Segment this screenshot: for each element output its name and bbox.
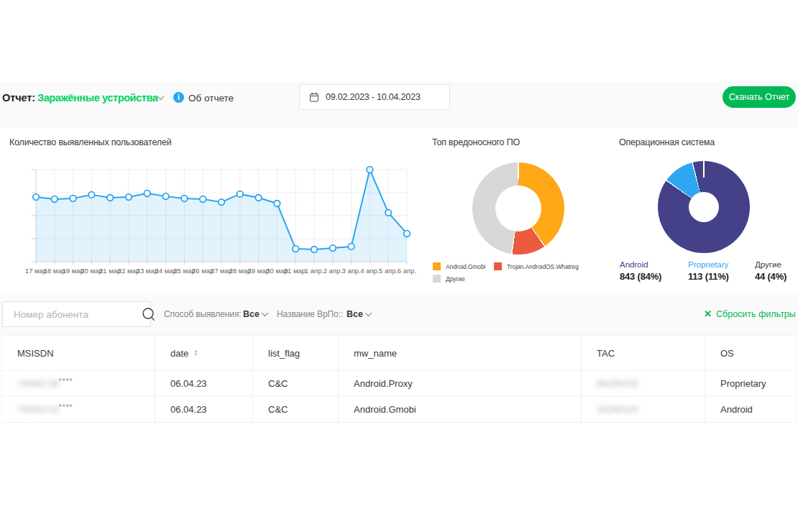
legend-item: Другие (433, 275, 465, 283)
chevron-down-icon[interactable] (157, 96, 165, 101)
legend-label: Trojan.AndroidOS.Whatreg (507, 263, 579, 270)
donut-hole (689, 192, 719, 222)
report-selector[interactable]: Заражённые устройства (37, 92, 157, 104)
search-input[interactable] (3, 309, 141, 320)
info-icon[interactable]: i (173, 92, 184, 103)
os-value-other: 44 (4%) (755, 271, 786, 282)
cell-date: 06.04.23 (155, 397, 253, 422)
os-value-android: 843 (84%) (620, 271, 661, 282)
col-header-tac[interactable]: TAC (582, 336, 705, 370)
os-chart-title: Операционная система (619, 137, 715, 147)
col-header-msisdn[interactable]: MSISDN (2, 336, 155, 370)
cell-tac: 86296205 (582, 371, 705, 396)
cell-os: Proprietary (705, 371, 797, 396)
legend-label: Android.Gmobi (446, 263, 485, 270)
legend-swatch (494, 262, 502, 270)
malware-filter-label: Название ВрПо:: (277, 309, 343, 319)
cell-list-flag: C&C (253, 371, 339, 396)
col-header-mw-name[interactable]: mw_name (339, 336, 582, 370)
cell-mw-name: Android.Proxy (339, 371, 582, 396)
col-header-list-flag[interactable]: list_flag (253, 336, 339, 370)
download-report-button[interactable]: Скачать Отчет (723, 86, 796, 108)
results-panel: MSISDN date▲▼ list_flag mw_name TAC OS 7… (0, 335, 798, 532)
sort-icon[interactable]: ▲▼ (193, 349, 198, 357)
os-label-android: Android (620, 260, 648, 269)
cell-msisdn: 79096736**** (2, 371, 155, 396)
clear-filters-icon[interactable]: ✕ (704, 308, 712, 319)
clear-filters-link[interactable]: Сбросить фильтры (716, 309, 796, 319)
malware-donut-chart (472, 162, 564, 254)
table-row[interactable]: 79096723**** 06.04.23 C&C Android.Gmobi … (2, 397, 796, 423)
chevron-down-icon[interactable] (364, 312, 372, 317)
users-line-chart: 17 мар18 мар19 мар20 мар21 мар22 мар23 м… (0, 128, 424, 293)
os-donut-chart (658, 161, 750, 253)
charts-panel: Количество выявленных пользователей Топ … (0, 128, 798, 293)
table-row[interactable]: 79096736**** 06.04.23 C&C Android.Proxy … (2, 371, 796, 397)
cell-os: Android (705, 397, 797, 422)
svg-text:31 мар.: 31 мар. (284, 267, 308, 275)
method-filter-label: Способ выявления: (164, 309, 242, 319)
legend-swatch (433, 262, 441, 270)
malware-filter-value[interactable]: Все (347, 309, 363, 319)
cell-list-flag: C&C (253, 397, 339, 422)
subscriber-search[interactable] (2, 301, 151, 327)
table-header-row: MSISDN date▲▼ list_flag mw_name TAC OS (2, 336, 796, 371)
donut-hole (495, 185, 541, 231)
os-value-proprietary: 113 (11%) (688, 271, 729, 282)
date-range-picker[interactable]: 09.02.2023 - 10.04.2023 (299, 84, 450, 110)
cell-mw-name: Android.Gmobi (339, 397, 582, 422)
cell-tac: 35290320 (582, 397, 705, 422)
legend-item: Trojan.AndroidOS.Whatreg (494, 262, 579, 270)
svg-text:1 апр.: 1 апр. (305, 267, 324, 275)
chevron-down-icon[interactable] (261, 312, 269, 317)
svg-text:3 апр.: 3 апр. (341, 267, 360, 275)
svg-text:4 апр.: 4 апр. (360, 267, 379, 275)
legend-swatch (433, 275, 441, 283)
search-icon[interactable] (141, 306, 157, 322)
col-header-date[interactable]: date▲▼ (155, 336, 253, 370)
col-header-os[interactable]: OS (705, 336, 797, 370)
os-label-proprietary: Proprietary (688, 260, 728, 269)
cell-date: 06.04.23 (155, 371, 253, 396)
legend-item: Android.Gmobi (433, 262, 485, 270)
svg-text:2 апр.: 2 апр. (324, 267, 342, 275)
svg-text:6 апр.: 6 апр. (398, 267, 416, 275)
cell-msisdn: 79096723**** (2, 397, 155, 422)
os-label-other: Другие (755, 260, 781, 269)
svg-text:5 апр.: 5 апр. (379, 267, 398, 275)
calendar-icon (309, 92, 319, 102)
report-label: Отчет: (2, 92, 35, 104)
method-filter-value[interactable]: Все (243, 309, 260, 319)
malware-chart-title: Топ вредоносного ПО (432, 137, 520, 147)
legend-label: Другие (446, 275, 465, 283)
date-range-value: 09.02.2023 - 10.04.2023 (326, 92, 421, 102)
results-table: MSISDN date▲▼ list_flag mw_name TAC OS 7… (1, 335, 797, 423)
about-report-link[interactable]: Об отчете (188, 93, 234, 104)
